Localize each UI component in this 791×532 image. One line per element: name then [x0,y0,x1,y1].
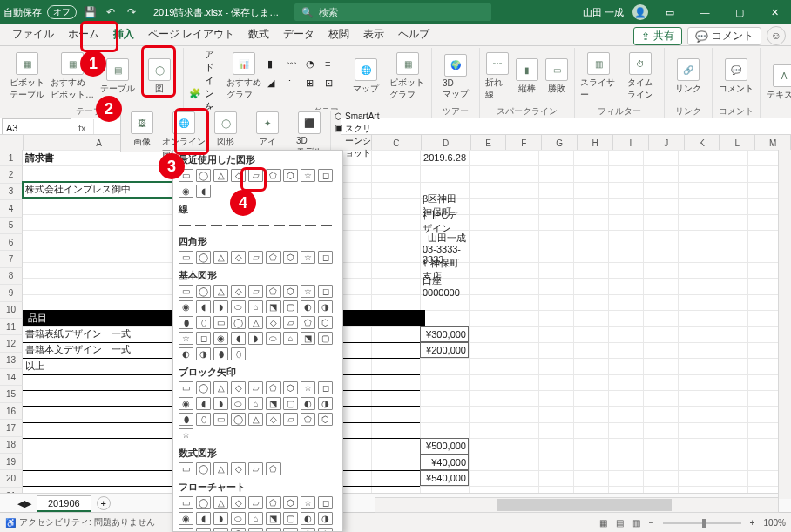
row-header-8[interactable]: 8 [0,268,23,285]
chart-combo-icon[interactable]: ⊡ [325,77,341,93]
shape-item[interactable] [320,219,333,230]
shape-item[interactable]: ▭ [179,169,193,182]
chart-stock-icon[interactable]: ⊞ [306,77,321,93]
shape-item[interactable]: ◑ [196,347,211,360]
cell-grid[interactable]: 品目請求書株式会社インプレス御中2019.6.28β区神田神保町社IPCデザイン… [23,150,779,499]
shape-item[interactable]: ⬔ [301,332,315,345]
pivot-table-button[interactable]: ▦ ピボット テーブル [9,52,45,101]
tab-help[interactable]: ヘルプ [391,24,436,45]
shape-item[interactable]: ◖ [231,332,246,345]
shape-item[interactable]: ◇ [231,285,246,298]
chart-col-icon[interactable]: ▮ [267,58,283,74]
cell-A12[interactable]: 書籍表紙デザイン 一式 [23,326,174,341]
shape-item[interactable]: ◻ [318,169,333,182]
chart-bar-icon[interactable]: ≡ [325,58,341,74]
shape-item[interactable]: ◐ [179,347,193,360]
shape-item[interactable]: ⬯ [196,413,211,426]
shape-item[interactable]: ◖ [196,185,211,198]
shape-item[interactable]: ☆ [301,381,315,394]
row-header-9[interactable]: 9 [0,285,23,301]
link-button[interactable]: 🔗 リンク [670,58,706,95]
shape-item[interactable]: ◑ [318,397,333,410]
shape-item[interactable]: △ [213,496,228,509]
shape-item[interactable]: ⬭ [231,300,246,313]
cell-D1[interactable]: 2019.6.28 [420,150,469,165]
save-icon[interactable]: 💾 [82,4,98,20]
shape-item[interactable] [273,219,286,230]
text-button[interactable]: A テキスト [766,64,791,101]
row-header-7[interactable]: 7 [0,251,23,267]
shape-item[interactable]: ◗ [213,512,228,525]
add-sheet-icon[interactable]: + [97,496,111,510]
new-comment-button[interactable]: 💬 コメント [718,58,754,95]
tab-data[interactable]: データ [276,24,321,45]
shape-item[interactable]: ⬮ [179,528,193,532]
tab-view[interactable]: 表示 [356,24,391,45]
shape-item[interactable]: ◇ [231,169,246,182]
shape-item[interactable]: ⌂ [248,397,263,410]
shape-item[interactable]: ◇ [231,381,246,394]
spark-col-button[interactable]: ▮ 縦棒 [515,58,539,95]
col-header-G[interactable]: G [542,135,578,151]
col-header-D[interactable]: D [422,135,471,151]
picture-button[interactable]: 🖼 画像 [121,111,163,148]
chart-pie-icon[interactable]: ◔ [306,58,321,74]
shape-item[interactable]: ◻ [196,332,211,345]
shape-item[interactable] [288,219,301,230]
shape-item[interactable]: ☆ [301,251,315,264]
shape-item[interactable] [226,219,239,230]
minimize-icon[interactable]: — [692,0,718,24]
row-header-4[interactable]: 4 [0,200,23,217]
shape-item[interactable]: ⬡ [283,169,298,182]
row-header-17[interactable]: 17 [0,420,23,436]
shape-item[interactable]: ⌂ [248,300,263,313]
col-header-H[interactable]: H [578,135,613,151]
timeline-button[interactable]: ⏱ タイム ライン [622,52,659,101]
shape-item[interactable]: ◻ [318,251,333,264]
shape-item[interactable]: ▢ [283,397,298,410]
shape-item[interactable]: ◗ [213,300,228,313]
shape-item[interactable]: ◉ [179,397,193,410]
user-avatar-icon[interactable]: 👤 [632,4,648,20]
shape-item[interactable]: ▭ [179,285,193,298]
shape-item[interactable]: ▭ [213,528,228,532]
cell-A13[interactable]: 書籍本文デザイン 一式 [23,342,174,358]
shape-item[interactable]: ◯ [231,413,246,426]
shape-item[interactable]: ⬠ [266,285,281,298]
shape-item[interactable]: ⬠ [266,251,281,264]
chart-line-icon[interactable]: 〰 [287,58,302,74]
sheet-tab-201906[interactable]: 201906 [37,495,91,512]
sheet-nav-prev-icon[interactable]: ◀ [17,498,24,509]
map-chart-button[interactable]: 🌐 マップ [348,58,384,95]
shape-item[interactable]: ☆ [179,428,193,441]
shape-item[interactable]: ⬡ [318,413,333,426]
shape-item[interactable]: ☆ [179,332,193,345]
table-button[interactable]: ▤ テーブル [99,58,136,95]
view-pagelayout-icon[interactable]: ▤ [616,518,624,528]
tab-review[interactable]: 校閲 [321,24,356,45]
shape-item[interactable]: ⬯ [196,528,211,532]
cell-D9[interactable]: 口座 0000000 [420,278,469,293]
row-header-1[interactable]: 1 [0,150,23,166]
shape-item[interactable]: ⬠ [301,413,315,426]
tab-insert[interactable]: 挿入 [106,24,141,45]
shape-item[interactable]: ◗ [213,397,228,410]
shape-item[interactable] [210,219,223,230]
row-header-2[interactable]: 2 [0,166,23,183]
shape-item[interactable]: ⬠ [266,169,281,182]
cell-A3[interactable]: 株式会社インプレス御中 [23,182,174,198]
col-header-J[interactable]: J [649,135,685,151]
shape-item[interactable] [194,219,207,230]
row-header-19[interactable]: 19 [0,454,23,470]
shape-item[interactable]: ◯ [231,316,246,329]
shape-item[interactable]: ▱ [283,413,298,426]
shape-item[interactable]: ⬮ [213,347,228,360]
shape-item[interactable]: ◑ [318,512,333,525]
shape-item[interactable]: ◻ [318,285,333,298]
illustrations-button[interactable]: ◯ 図 [141,58,178,95]
share-button[interactable]: ⇪ 共有 [633,27,682,45]
shape-item[interactable]: ▭ [213,413,228,426]
shape-item[interactable]: ☆ [301,285,315,298]
shape-item[interactable]: ▱ [248,381,263,394]
shape-item[interactable]: △ [213,285,228,298]
